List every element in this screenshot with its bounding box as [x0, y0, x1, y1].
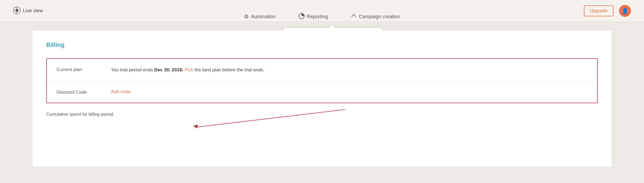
top-navigation: Live view ⚙ Automation Reporting: [0, 0, 644, 22]
add-code-link[interactable]: Add code: [111, 89, 131, 94]
current-plan-row: Current plan You trial period ends Dec 3…: [47, 59, 597, 81]
plan-text-start: You trial period ends: [111, 67, 154, 72]
user-avatar-button[interactable]: 👤: [619, 5, 631, 17]
campaign-icon: [351, 13, 357, 20]
reporting-icon: [299, 13, 305, 20]
cumulative-spend-text: Cumulative spend for billing period:: [46, 112, 598, 117]
plan-date: Dec 30, 2018.: [154, 67, 183, 72]
upgrade-button[interactable]: Upgrade: [584, 5, 614, 16]
plan-info-box: Current plan You trial period ends Dec 3…: [46, 58, 598, 103]
automation-icon: ⚙: [244, 13, 249, 20]
current-plan-value: You trial period ends Dec 30, 2018. Pick…: [111, 66, 265, 74]
reporting-nav-container: Reporting Reports Get cross-channel repo…: [295, 11, 331, 23]
user-icon: 👤: [622, 8, 628, 14]
discount-code-value: Add code: [111, 89, 131, 94]
main-content-area: Billing Current plan You trial period en…: [33, 30, 611, 167]
nav-right-actions: Upgrade 👤: [584, 5, 631, 17]
live-view-label: Live view: [23, 8, 43, 14]
automation-label: Automation: [251, 14, 276, 20]
live-view-nav-item[interactable]: Live view: [13, 7, 43, 15]
pick-plan-link[interactable]: Pick: [183, 67, 193, 72]
discount-code-row: Discount Code Add code: [47, 81, 597, 103]
center-nav: ⚙ Automation Reporting Reports: [241, 11, 403, 23]
arrow-annotation: [169, 107, 359, 134]
campaign-label: Campaign creation: [359, 14, 400, 20]
plan-text-end: the best plan before the trial ends.: [193, 67, 265, 72]
current-plan-label: Current plan: [57, 66, 111, 72]
discount-code-label: Discount Code: [57, 89, 111, 95]
campaign-nav-item[interactable]: Campaign creation: [348, 11, 403, 23]
billing-title: Billing: [46, 41, 598, 48]
live-view-icon: [13, 7, 21, 15]
automation-nav-item[interactable]: ⚙ Automation: [241, 11, 279, 22]
reporting-nav-item[interactable]: Reporting: [295, 11, 331, 23]
reporting-label: Reporting: [307, 14, 328, 20]
svg-marker-4: [193, 125, 198, 129]
